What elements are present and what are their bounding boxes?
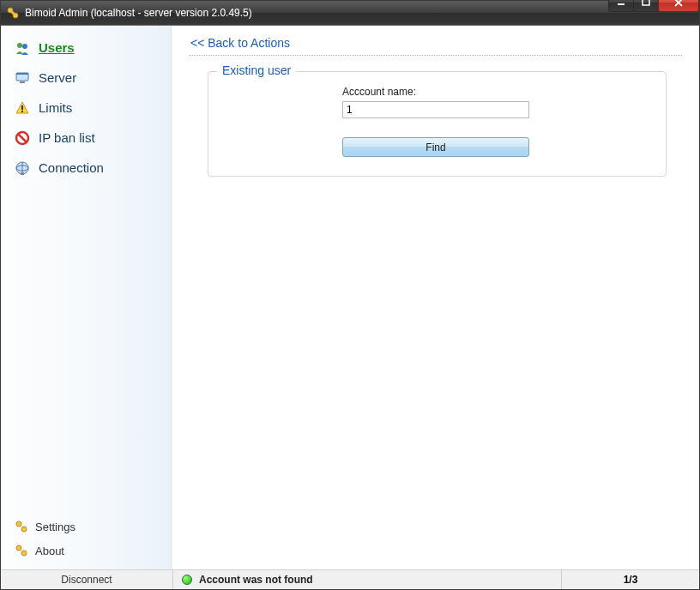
sidebar-item-ipban[interactable]: IP ban list	[1, 123, 171, 153]
sidebar-item-label: Server	[39, 70, 76, 85]
window-controls	[609, 0, 699, 11]
sidebar-item-server[interactable]: Server	[1, 63, 171, 93]
settings-icon	[15, 520, 28, 533]
connection-icon	[15, 160, 30, 176]
svg-point-6	[22, 44, 27, 49]
groupbox-title: Existing user	[217, 63, 296, 77]
account-row: Acccount name: Find	[342, 86, 652, 157]
main-panel: << Back to Actions Existing user Acccoun…	[172, 26, 699, 569]
minimize-button[interactable]	[608, 0, 634, 12]
svg-rect-3	[618, 3, 625, 5]
page-indicator: 1/3	[562, 570, 699, 589]
svg-point-19	[21, 527, 27, 532]
back-to-actions-link[interactable]: << Back to Actions	[190, 36, 290, 50]
divider	[189, 55, 682, 56]
svg-point-20	[16, 545, 21, 551]
sidebar-item-users[interactable]: Users	[1, 33, 171, 63]
existing-user-group: Existing user Acccount name: Find	[208, 71, 667, 177]
client-area: Users Server	[1, 25, 699, 569]
disconnect-label: Disconnect	[61, 574, 112, 586]
account-name-label: Acccount name:	[342, 86, 652, 98]
status-message: Account was not found	[199, 574, 313, 586]
page-text: 1/3	[624, 574, 638, 586]
sidebar-item-settings[interactable]: Settings	[1, 515, 171, 539]
server-icon	[15, 70, 30, 86]
svg-point-18	[16, 521, 21, 527]
disconnect-button[interactable]: Disconnect	[1, 570, 173, 589]
sidebar-item-limits[interactable]: Limits	[1, 93, 171, 123]
svg-point-21	[21, 551, 27, 556]
sidebar-item-label: IP ban list	[39, 130, 95, 145]
svg-rect-17	[21, 172, 24, 175]
sidebar-item-label: Connection	[39, 160, 104, 175]
sidebar-item-connection[interactable]: Connection	[1, 153, 171, 183]
svg-rect-8	[16, 73, 28, 75]
svg-point-5	[17, 43, 22, 48]
maximize-button[interactable]	[633, 0, 659, 12]
svg-rect-10	[21, 105, 23, 110]
svg-rect-9	[20, 81, 25, 83]
sidebar-item-about[interactable]: About	[1, 539, 171, 563]
ban-icon	[15, 130, 30, 146]
titlebar[interactable]: Bimoid Admin (localhost - server version…	[1, 1, 699, 25]
users-icon	[15, 40, 30, 56]
sidebar-item-label: Users	[39, 40, 75, 55]
close-button[interactable]	[658, 0, 699, 12]
status-message-cell: Account was not found	[173, 570, 562, 589]
about-icon	[15, 544, 28, 557]
window-title: Bimoid Admin (localhost - server version…	[25, 7, 609, 19]
find-button[interactable]: Find	[342, 137, 529, 157]
sidebar-item-label: Settings	[35, 521, 75, 533]
nav-main: Users Server	[1, 33, 171, 515]
status-dot-icon	[182, 575, 192, 585]
svg-rect-4	[643, 0, 649, 5]
limits-icon	[15, 100, 30, 116]
sidebar-item-label: Limits	[39, 100, 72, 115]
svg-rect-11	[21, 111, 23, 112]
sidebar-item-label: About	[35, 545, 64, 557]
statusbar: Disconnect Account was not found 1/3	[1, 569, 699, 589]
app-window: Bimoid Admin (localhost - server version…	[0, 0, 700, 590]
app-icon	[6, 6, 20, 20]
sidebar: Users Server	[1, 26, 172, 569]
account-name-input[interactable]	[342, 101, 529, 118]
nav-bottom: Settings About	[1, 515, 171, 569]
